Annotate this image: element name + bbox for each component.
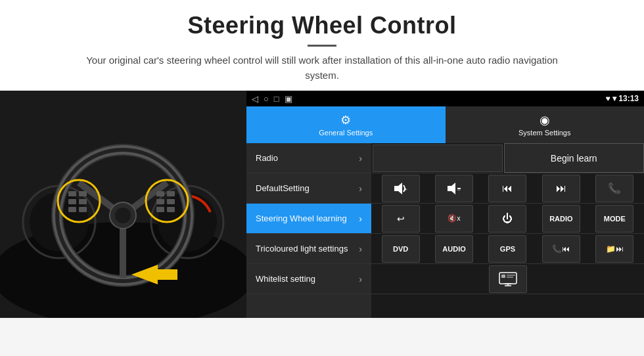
display-button[interactable] <box>489 265 527 293</box>
subtitle-text: Your original car's steering wheel contr… <box>72 53 572 83</box>
control-row-4: DVD AUDIO GPS 📞⏮ 📁⏭ <box>371 234 644 264</box>
control-panel: Begin learn + – ⏮ ⏭ 📞 <box>371 143 644 318</box>
chevron-right-icon: › <box>359 213 362 224</box>
svg-rect-21 <box>79 207 87 212</box>
svg-rect-23 <box>167 191 175 196</box>
menu-area: Radio › DefaultSetting › Steering Wheel … <box>246 143 644 318</box>
media-controls-row: + – ⏮ ⏭ 📞 <box>371 173 644 204</box>
clock: 13:13 <box>618 94 639 103</box>
control-row-5 <box>371 264 644 294</box>
svg-rect-24 <box>156 199 164 204</box>
menu-item-radio[interactable]: Radio › <box>246 143 371 173</box>
svg-rect-34 <box>499 273 517 284</box>
signal-icons: ♥ ▾ <box>606 94 619 103</box>
steering-wheel-image <box>0 91 246 318</box>
svg-point-13 <box>115 208 131 223</box>
system-icon: ◉ <box>540 113 550 127</box>
recents-icon[interactable]: □ <box>274 94 279 104</box>
next-track-button[interactable]: ⏭ <box>542 175 580 202</box>
nav-icons: ◁ ○ □ ▣ <box>252 94 292 104</box>
svg-rect-17 <box>79 191 87 196</box>
svg-rect-27 <box>167 207 175 212</box>
svg-rect-26 <box>156 207 164 212</box>
svg-rect-16 <box>68 191 76 196</box>
mode-button[interactable]: MODE <box>595 205 633 233</box>
svg-rect-18 <box>68 199 76 204</box>
svg-text:–: – <box>457 187 461 192</box>
screenshot-icon[interactable]: ▣ <box>285 94 292 104</box>
phone-prev-button[interactable]: 📞⏮ <box>542 235 580 263</box>
chevron-right-icon: › <box>359 244 362 254</box>
menu-item-whitelist[interactable]: Whitelist setting › <box>246 264 371 294</box>
prev-track-button[interactable]: ⏮ <box>488 175 526 202</box>
svg-rect-19 <box>79 199 87 204</box>
tab-system-label: System Settings <box>518 129 570 137</box>
hangup-button[interactable]: ↩ <box>382 205 420 233</box>
mute-button[interactable]: 🔇x <box>435 205 473 233</box>
chevron-right-icon: › <box>359 274 362 284</box>
tab-bar: ⚙ General Settings ◉ System Settings <box>246 106 644 143</box>
menu-list: Radio › DefaultSetting › Steering Wheel … <box>246 143 371 318</box>
phone-button[interactable]: 📞 <box>595 175 633 202</box>
tab-general-label: General Settings <box>319 129 373 137</box>
svg-rect-22 <box>156 191 164 196</box>
dvd-button[interactable]: DVD <box>382 235 420 263</box>
title-divider <box>308 45 336 47</box>
volume-up-button[interactable]: + <box>382 175 420 202</box>
svg-marker-31 <box>448 183 455 194</box>
power-button[interactable]: ⏻ <box>488 205 526 233</box>
control-row-3: ↩ 🔇x ⏻ RADIO MODE <box>371 204 644 234</box>
control-row-1: Begin learn <box>371 143 644 173</box>
svg-marker-29 <box>394 183 402 194</box>
status-bar: ◁ ○ □ ▣ ♥ ▾ 13:13 <box>246 91 644 106</box>
tab-system[interactable]: ◉ System Settings <box>446 106 645 143</box>
chevron-right-icon: › <box>359 183 362 194</box>
menu-item-steering[interactable]: Steering Wheel learning › <box>246 204 371 234</box>
gps-button[interactable]: GPS <box>488 235 526 263</box>
content-row: ◁ ○ □ ▣ ♥ ▾ 13:13 ⚙ General Settings ◉ S… <box>0 91 644 318</box>
display-controls-row <box>371 264 644 294</box>
svg-rect-20 <box>68 207 76 212</box>
gear-icon: ⚙ <box>340 113 351 127</box>
android-ui: ◁ ○ □ ▣ ♥ ▾ 13:13 ⚙ General Settings ◉ S… <box>246 91 644 318</box>
svg-rect-25 <box>167 199 175 204</box>
svg-rect-38 <box>501 275 505 278</box>
begin-learn-button[interactable]: Begin learn <box>504 143 645 173</box>
status-right: ♥ ▾ 13:13 <box>606 94 639 103</box>
menu-item-defaultsetting[interactable]: DefaultSetting › <box>246 173 371 204</box>
chevron-right-icon: › <box>359 153 362 164</box>
back-icon[interactable]: ◁ <box>252 94 258 104</box>
svg-rect-39 <box>507 275 515 276</box>
audio-button[interactable]: AUDIO <box>435 235 473 263</box>
page-title: Steering Wheel Control <box>26 12 618 39</box>
radio-button[interactable]: RADIO <box>542 205 580 233</box>
source-controls-row: DVD AUDIO GPS 📞⏮ 📁⏭ <box>371 234 644 264</box>
function-controls-row: ↩ 🔇x ⏻ RADIO MODE <box>371 204 644 234</box>
volume-down-button[interactable]: – <box>435 175 473 202</box>
control-row-2: + – ⏮ ⏭ 📞 <box>371 173 644 204</box>
tab-general[interactable]: ⚙ General Settings <box>246 106 446 143</box>
home-icon[interactable]: ○ <box>264 94 269 104</box>
menu-item-tricoloured[interactable]: Tricoloured light settings › <box>246 234 371 264</box>
skip-next-button[interactable]: 📁⏭ <box>595 235 633 263</box>
top-section: Steering Wheel Control Your original car… <box>0 0 644 91</box>
svg-rect-40 <box>507 277 513 278</box>
svg-text:+: + <box>404 187 407 192</box>
key-input-box[interactable] <box>373 145 503 172</box>
